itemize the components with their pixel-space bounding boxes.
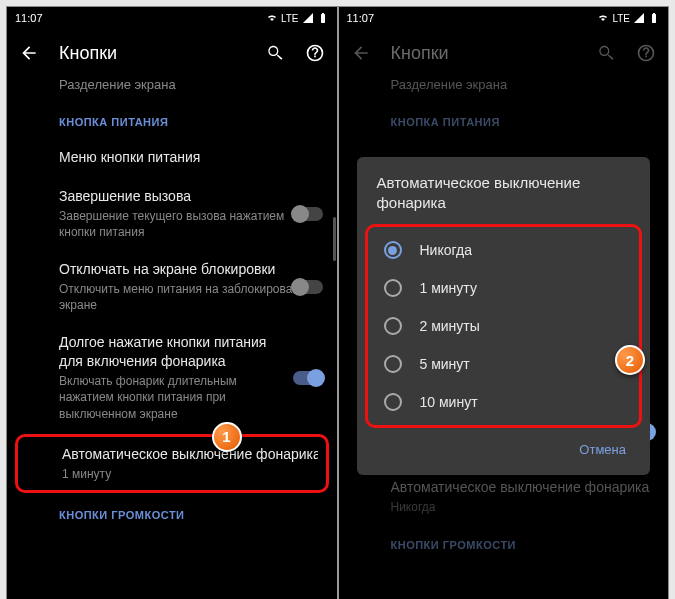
radio-icon	[384, 355, 402, 373]
dialog-options-highlight: Никогда 1 минуту 2 минуты 5 минут 10 мин…	[365, 224, 643, 428]
search-icon	[596, 43, 616, 63]
section-volume-title: КНОПКИ ГРОМКОСТИ	[339, 525, 669, 561]
radio-option-1min[interactable]: 1 минуту	[368, 269, 640, 307]
app-bar: Кнопки	[339, 29, 669, 77]
subtitle: Разделение экрана	[339, 77, 669, 102]
radio-icon	[384, 279, 402, 297]
radio-icon	[384, 317, 402, 335]
status-time: 11:07	[15, 12, 43, 24]
row-auto-off-dim: Автоматическое выключение фонарика Никог…	[339, 468, 669, 525]
badge-1: 1	[212, 422, 242, 452]
row-end-call[interactable]: Завершение вызова Завершение текущего вы…	[7, 177, 337, 250]
row-long-press[interactable]: Долгое нажатие кнопки питания для включе…	[7, 323, 337, 431]
status-bar: 11:07 LTE	[7, 7, 337, 29]
toggle-end-call[interactable]	[293, 207, 323, 221]
back-icon[interactable]	[19, 43, 39, 63]
radio-option-never[interactable]: Никогда	[368, 231, 640, 269]
help-icon	[636, 43, 656, 63]
signal-icon	[302, 12, 314, 24]
section-volume-title: КНОПКИ ГРОМКОСТИ	[7, 495, 337, 531]
battery-icon	[648, 12, 660, 24]
radio-option-10min[interactable]: 10 минут	[368, 383, 640, 421]
network-label: LTE	[612, 13, 630, 24]
toggle-lock-screen[interactable]	[293, 280, 323, 294]
app-bar: Кнопки	[7, 29, 337, 77]
section-power-title: КНОПКА ПИТАНИЯ	[339, 102, 669, 138]
battery-icon	[317, 12, 329, 24]
wifi-icon	[597, 12, 609, 24]
toggle-long-press[interactable]	[293, 371, 323, 385]
help-icon[interactable]	[305, 43, 325, 63]
radio-option-2min[interactable]: 2 минуты	[368, 307, 640, 345]
scroll-indicator	[333, 217, 336, 261]
dialog-auto-off: Автоматическое выключение фонарика Никог…	[357, 157, 651, 475]
search-icon[interactable]	[265, 43, 285, 63]
page-title: Кнопки	[391, 43, 577, 64]
radio-icon	[384, 241, 402, 259]
badge-2: 2	[615, 345, 645, 375]
signal-icon	[633, 12, 645, 24]
network-label: LTE	[281, 13, 299, 24]
screenshot-right: 11:07 LTE Кнопки Разделение экрана КНОПК…	[339, 7, 669, 599]
wifi-icon	[266, 12, 278, 24]
status-bar: 11:07 LTE	[339, 7, 669, 29]
row-lock-screen[interactable]: Отключать на экране блокировки Отключить…	[7, 250, 337, 323]
screenshot-left: 11:07 LTE Кнопки Разделение экрана КНОПК…	[7, 7, 337, 599]
row-power-menu[interactable]: Меню кнопки питания	[7, 138, 337, 177]
dialog-title: Автоматическое выключение фонарика	[357, 173, 651, 224]
back-icon	[351, 43, 371, 63]
status-time: 11:07	[347, 12, 375, 24]
page-title: Кнопки	[59, 43, 245, 64]
section-power-title: КНОПКА ПИТАНИЯ	[7, 102, 337, 138]
subtitle: Разделение экрана	[7, 77, 337, 102]
radio-option-5min[interactable]: 5 минут	[368, 345, 640, 383]
radio-icon	[384, 393, 402, 411]
cancel-button[interactable]: Отмена	[571, 436, 634, 463]
highlight-auto-off[interactable]: Автоматическое выключение фонарика 1 мин…	[15, 434, 329, 493]
